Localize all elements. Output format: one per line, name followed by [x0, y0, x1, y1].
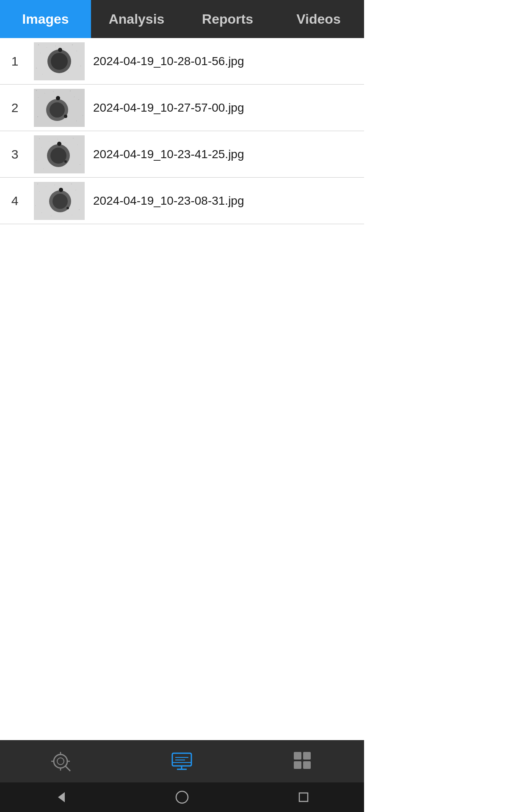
svg-rect-12	[42, 74, 43, 74]
svg-rect-22	[38, 97, 39, 98]
svg-rect-51	[71, 184, 72, 184]
svg-rect-2	[47, 47, 47, 48]
svg-rect-54	[35, 205, 36, 206]
svg-rect-7	[76, 51, 77, 51]
svg-rect-41	[43, 168, 44, 169]
row-number: 2	[4, 101, 25, 115]
svg-rect-49	[54, 185, 55, 185]
tab-videos[interactable]: Videos	[273, 0, 364, 38]
svg-point-29	[56, 96, 60, 100]
svg-rect-78	[294, 761, 301, 769]
svg-rect-20	[74, 96, 75, 97]
file-name: 2024-04-19_10-27-57-00.jpg	[93, 101, 244, 115]
home-button[interactable]	[174, 790, 190, 805]
svg-rect-23	[78, 99, 79, 100]
svg-point-28	[50, 102, 65, 118]
svg-point-81	[176, 791, 188, 803]
svg-rect-37	[41, 147, 42, 148]
svg-rect-4	[64, 49, 64, 49]
file-list: 1 2024-04-19_10-28-01-56.	[0, 38, 364, 740]
list-item[interactable]: 1 2024-04-19_10-28-01-56.	[0, 38, 364, 85]
svg-point-61	[59, 188, 63, 192]
svg-rect-38	[77, 145, 78, 145]
system-nav	[0, 782, 364, 812]
svg-point-44	[57, 142, 61, 146]
recent-button[interactable]	[296, 790, 311, 805]
bottom-nav	[0, 740, 364, 782]
svg-rect-79	[303, 761, 311, 769]
svg-rect-33	[49, 141, 49, 142]
svg-rect-10	[80, 66, 81, 66]
svg-rect-82	[299, 793, 308, 801]
svg-point-43	[50, 148, 66, 164]
svg-rect-5	[72, 44, 73, 45]
thumbnail	[34, 42, 85, 80]
search-icon[interactable]	[46, 746, 75, 776]
svg-rect-76	[294, 752, 301, 760]
tab-images[interactable]: Images	[0, 0, 91, 38]
svg-rect-50	[63, 188, 63, 189]
file-name: 2024-04-19_10-23-08-31.jpg	[93, 194, 244, 208]
svg-rect-40	[80, 164, 80, 165]
svg-rect-36	[73, 138, 74, 139]
svg-rect-34	[57, 139, 58, 140]
file-name: 2024-04-19_10-23-41-25.jpg	[93, 148, 244, 161]
svg-rect-52	[39, 191, 40, 192]
monitor-icon[interactable]	[167, 746, 197, 776]
row-number: 1	[4, 54, 25, 69]
svg-rect-17	[36, 90, 37, 91]
svg-marker-80	[58, 792, 65, 802]
svg-rect-18	[44, 93, 45, 93]
tab-bar: Images Analysis Reports Videos	[0, 0, 364, 38]
svg-rect-1	[38, 44, 39, 45]
svg-line-69	[65, 766, 70, 771]
svg-rect-56	[41, 212, 42, 213]
grid-icon[interactable]	[289, 746, 318, 776]
thumbnail	[34, 182, 85, 220]
svg-rect-58	[72, 215, 72, 215]
tab-analysis[interactable]: Analysis	[91, 0, 182, 38]
svg-point-30	[64, 115, 67, 118]
svg-point-62	[66, 207, 69, 209]
svg-rect-47	[37, 184, 38, 184]
svg-rect-9	[36, 68, 37, 69]
svg-rect-55	[79, 209, 80, 210]
svg-rect-25	[37, 116, 38, 117]
svg-rect-77	[303, 752, 311, 760]
svg-rect-6	[40, 53, 41, 53]
svg-rect-3	[55, 46, 56, 46]
svg-point-15	[58, 48, 62, 52]
thumbnail	[34, 135, 85, 173]
svg-rect-24	[83, 115, 83, 116]
list-item[interactable]: 2 2024-04-19_10-27-57-00.jpg	[0, 85, 364, 131]
svg-rect-26	[76, 121, 77, 121]
row-number: 3	[4, 147, 25, 162]
svg-rect-35	[66, 142, 66, 143]
svg-point-60	[52, 194, 68, 209]
svg-rect-11	[68, 72, 69, 72]
svg-point-45	[64, 160, 67, 163]
svg-point-14	[51, 53, 68, 70]
svg-rect-39	[36, 160, 36, 161]
tab-reports[interactable]: Reports	[182, 0, 273, 38]
svg-rect-32	[39, 138, 40, 139]
thumbnail	[34, 89, 85, 127]
list-item[interactable]: 4 2024-04-19_10-23-08-31.jpg	[0, 178, 364, 224]
svg-rect-53	[75, 190, 76, 190]
svg-rect-48	[46, 187, 46, 187]
svg-rect-19	[53, 91, 54, 92]
svg-rect-57	[51, 216, 52, 216]
list-item[interactable]: 3 2024-04-19_10-23-41-25.jpg	[0, 131, 364, 178]
svg-rect-21	[70, 91, 71, 91]
back-button[interactable]	[53, 790, 68, 805]
svg-point-64	[57, 758, 64, 765]
file-name: 2024-04-19_10-28-01-56.jpg	[93, 55, 244, 68]
row-number: 4	[4, 194, 25, 208]
